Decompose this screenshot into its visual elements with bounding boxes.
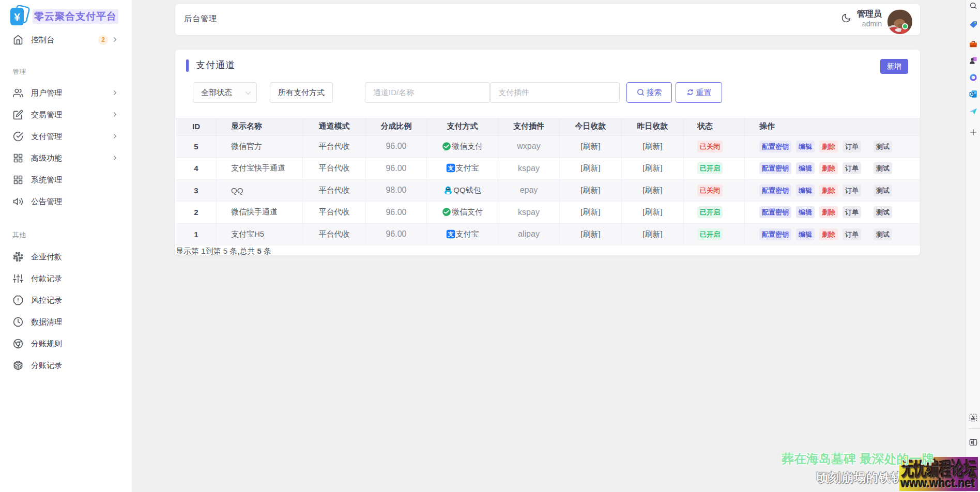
svg-text:¥: ¥ bbox=[14, 11, 20, 23]
svg-text:支: 支 bbox=[447, 165, 454, 171]
svg-text:支: 支 bbox=[447, 231, 454, 237]
